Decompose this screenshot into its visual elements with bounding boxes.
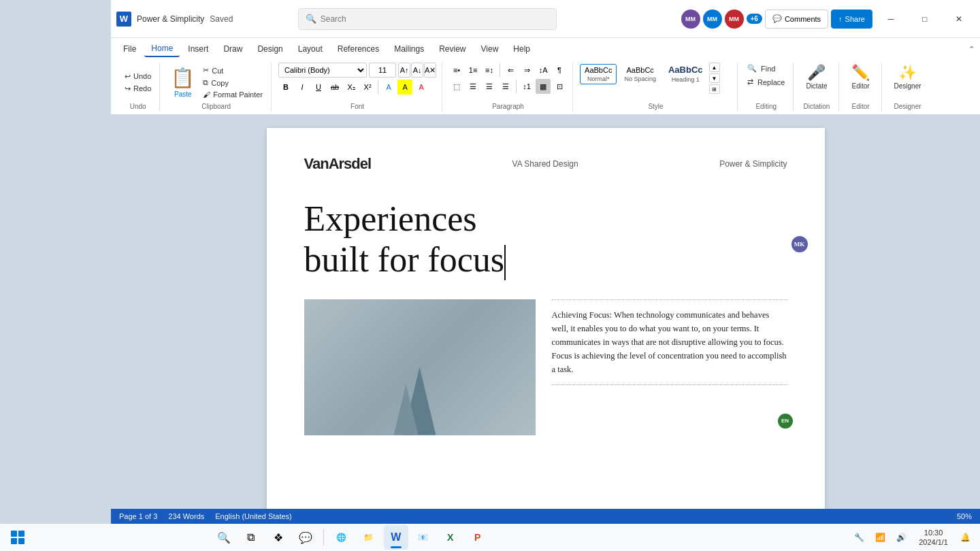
taskbar-outlook[interactable]: 📧 (411, 525, 436, 550)
style-normal[interactable]: AaBbCc Normal* (580, 64, 617, 84)
taskbar-excel[interactable]: X (438, 525, 463, 550)
italic-button[interactable]: I (295, 80, 310, 95)
copy-button[interactable]: ⧉ Copy (200, 77, 265, 88)
font-color-button[interactable]: A (414, 80, 429, 95)
style-no-spacing[interactable]: AaBbCc No Spacing (619, 64, 661, 84)
undo-group-label: Undo (116, 103, 159, 110)
tab-layout[interactable]: Layout (291, 41, 329, 56)
taskbar-divider (323, 529, 324, 546)
replace-button[interactable]: ⇄ Replace (745, 76, 787, 88)
taskbar-file-explorer[interactable]: 📁 (357, 525, 381, 550)
tab-design[interactable]: Design (250, 41, 289, 56)
undo-btns: ↩ Undo ↪ Redo (122, 71, 154, 95)
doc-logo: VanArsdel (304, 155, 372, 173)
clear-format-button[interactable]: A✕ (424, 63, 436, 78)
decrease-indent-button[interactable]: ⇐ (503, 63, 518, 78)
en-collaborator-avatar: EN (778, 414, 793, 429)
search-input[interactable] (321, 14, 549, 24)
numbering-button[interactable]: 1≡ (466, 63, 480, 78)
text-effects-button[interactable]: A (381, 80, 396, 95)
dictate-button[interactable]: 🎤 Dictate (800, 63, 832, 93)
superscript-button[interactable]: X² (360, 80, 375, 95)
widgets-button[interactable]: ❖ (266, 525, 291, 550)
increase-indent-button[interactable]: ⇒ (519, 63, 534, 78)
taskbar-powerpoint[interactable]: P (466, 525, 490, 550)
tab-draw[interactable]: Draw (216, 41, 249, 56)
start-button[interactable] (5, 525, 30, 550)
format-painter-button[interactable]: 🖌 Format Painter (200, 89, 265, 100)
volume-button[interactable]: 🔊 (892, 525, 911, 550)
tab-home[interactable]: Home (144, 41, 180, 57)
taskbar-clock[interactable]: 10:30 2024/1/1 (913, 528, 953, 548)
line-spacing-button[interactable]: ↕1 (519, 79, 534, 94)
comments-button[interactable]: 💬 Comments (765, 10, 828, 29)
app-logo: W (116, 12, 131, 27)
document-page[interactable]: VanArsdel VA Shared Design Power & Simpl… (267, 128, 825, 516)
network-button[interactable]: 📶 (871, 525, 889, 550)
doc-header-center: VA Shared Design (512, 159, 578, 169)
document-paragraph: Achieving Focus: When technology communi… (552, 308, 787, 376)
cut-button[interactable]: ✂ Cut (200, 65, 265, 76)
tab-help[interactable]: Help (506, 41, 537, 56)
bullets-button[interactable]: ≡• (449, 63, 464, 78)
search-bar[interactable]: 🔍 (298, 8, 557, 30)
style-heading1[interactable]: AaBbCc Heading 1 (664, 63, 708, 85)
subscript-button[interactable]: X₂ (344, 80, 359, 95)
task-view-button[interactable]: ⧉ (239, 525, 263, 550)
paste-button[interactable]: 📋 Paste (167, 64, 199, 101)
close-button[interactable]: ✕ (943, 8, 975, 30)
search-taskbar-button[interactable]: 🔍 (212, 525, 236, 550)
taskbar-edge[interactable]: 🌐 (329, 525, 354, 550)
editing-group-content: 🔍 Find ⇄ Replace (745, 63, 787, 97)
window-chrome-left (0, 0, 111, 551)
find-icon: 🔍 (747, 64, 757, 73)
font-size-decrease-button[interactable]: A↓ (411, 63, 423, 78)
minimize-button[interactable]: ─ (875, 8, 906, 30)
multilevel-list-button[interactable]: ≡↕ (482, 63, 497, 78)
borders-button[interactable]: ⊡ (552, 79, 567, 94)
tab-review[interactable]: Review (432, 41, 472, 56)
paragraph-group-label: Paragraph (444, 103, 572, 110)
redo-button[interactable]: ↪ Redo (122, 83, 154, 95)
style-more-button[interactable]: ⊞ (709, 84, 720, 94)
designer-button[interactable]: ✨ Designer (889, 63, 927, 93)
strikethrough-button[interactable]: ab (327, 80, 342, 95)
editor-button[interactable]: ✏️ Editor (846, 63, 876, 93)
taskbar-word[interactable]: W (384, 525, 408, 550)
share-button[interactable]: ↑ Share (831, 10, 872, 29)
font-family-dropdown[interactable]: Calibri (Body) (278, 63, 367, 78)
font-divider (378, 80, 378, 94)
font-size-input[interactable] (369, 63, 396, 78)
shading-button[interactable]: ▦ (536, 79, 551, 94)
show-formatting-button[interactable]: ¶ (552, 63, 567, 78)
find-button[interactable]: 🔍 Find (745, 63, 787, 74)
collapse-ribbon-button[interactable]: ⌃ (968, 45, 975, 54)
maximize-button[interactable]: □ (909, 8, 941, 30)
windows-logo (11, 531, 24, 544)
style-scroll-up-button[interactable]: ▲ (709, 63, 720, 72)
align-center-button[interactable]: ☰ (466, 79, 480, 94)
tab-view[interactable]: View (474, 41, 506, 56)
tab-mailings[interactable]: Mailings (387, 41, 431, 56)
editor-group: ✏️ Editor Editor (840, 63, 882, 112)
highlight-button[interactable]: A (397, 80, 412, 95)
sort-button[interactable]: ↕A (536, 63, 551, 78)
undo-button[interactable]: ↩ Undo (122, 71, 154, 82)
word-count: 234 Words (168, 512, 204, 520)
bold-button[interactable]: B (278, 80, 293, 95)
align-left-button[interactable]: ⬚ (449, 79, 464, 94)
tab-file[interactable]: File (116, 41, 143, 56)
zoom-level: 50% (957, 512, 972, 520)
style-scroll-down-button[interactable]: ▼ (709, 73, 720, 83)
tab-insert[interactable]: Insert (181, 41, 215, 56)
align-right-button[interactable]: ☰ (482, 79, 497, 94)
format-painter-icon: 🖌 (203, 90, 210, 99)
underline-button[interactable]: U (311, 80, 326, 95)
system-tray-button[interactable]: 🔧 (850, 525, 868, 550)
font-size-increase-button[interactable]: A↑ (398, 63, 410, 78)
tab-references[interactable]: References (331, 41, 386, 56)
chat-button[interactable]: 💬 (293, 525, 318, 550)
notification-button[interactable]: 🔔 (956, 525, 975, 550)
justify-button[interactable]: ☰ (498, 79, 513, 94)
paragraph-group-content: ≡• 1≡ ≡↕ ⇐ ⇒ ↕A ¶ ⬚ ☰ ☰ ☰ ↕1 ▦ (449, 63, 567, 103)
